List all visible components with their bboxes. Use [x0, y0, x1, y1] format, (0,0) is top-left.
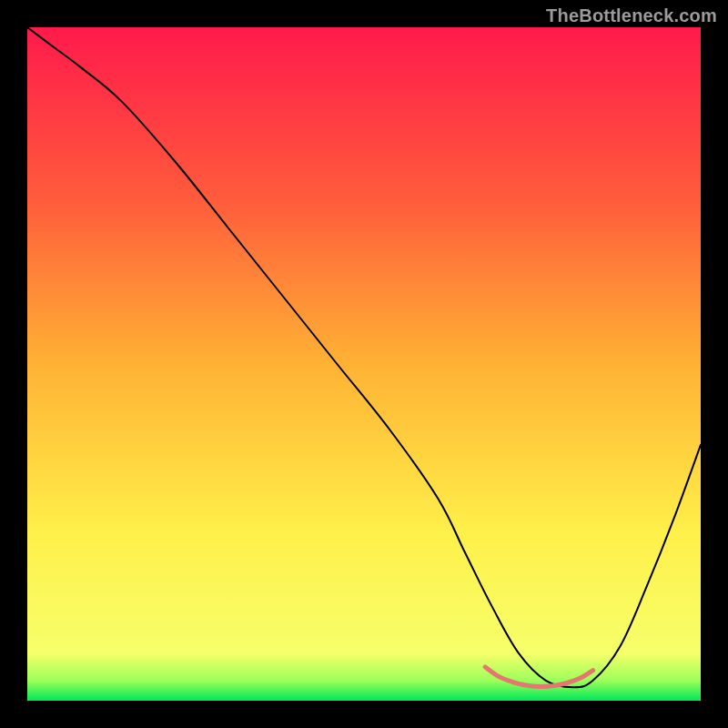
gradient-background: [27, 27, 701, 701]
plot-area: [27, 27, 701, 701]
chart-container: TheBottleneck.com: [0, 0, 728, 728]
chart-svg: [27, 27, 701, 701]
attribution-text: TheBottleneck.com: [546, 5, 717, 26]
